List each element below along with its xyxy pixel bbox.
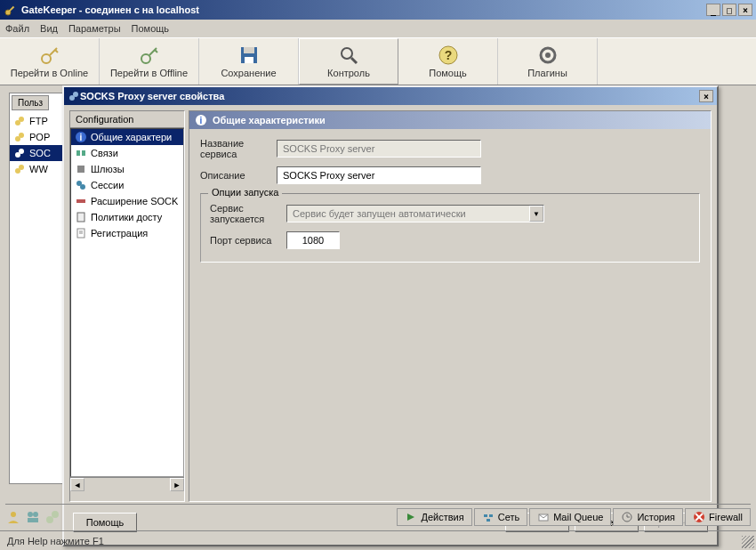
link-icon xyxy=(68,90,80,102)
svg-point-11 xyxy=(342,48,352,59)
select-start-mode[interactable] xyxy=(286,205,544,222)
tab-mail-queue[interactable]: Mail Queue xyxy=(529,508,611,526)
status-text: Для Help нажмите F1 xyxy=(7,536,104,546)
form-panel-title: Общие характеристики xyxy=(213,115,326,125)
svg-rect-34 xyxy=(76,199,85,203)
svg-rect-9 xyxy=(244,47,254,53)
input-port[interactable] xyxy=(286,231,340,249)
input-service-name xyxy=(277,140,481,158)
config-item-bindings[interactable]: Связи xyxy=(71,145,183,161)
service-label: FTP xyxy=(29,116,48,126)
svg-point-20 xyxy=(19,133,24,138)
tab-history[interactable]: История xyxy=(613,508,683,526)
config-label: Расширение SOCK xyxy=(91,196,178,206)
link-icon xyxy=(13,115,26,127)
label-service-name: Название сервиса xyxy=(200,138,277,159)
tab-action[interactable]: Действия xyxy=(397,508,471,526)
svg-rect-49 xyxy=(489,514,493,517)
svg-line-12 xyxy=(351,58,357,63)
config-panel: Configuration i Общие характери Связи xyxy=(69,110,185,502)
svg-text:i: i xyxy=(80,133,83,142)
svg-point-2 xyxy=(42,54,51,63)
config-item-sessions[interactable]: Сессии xyxy=(71,177,183,193)
info-icon: i xyxy=(75,131,87,143)
scroll-left-button[interactable]: ◄ xyxy=(70,478,84,491)
dialog-close-button[interactable]: × xyxy=(699,90,713,102)
tab-net[interactable]: Сеть xyxy=(474,508,527,526)
workspace: Польз FTP POP SOC WW SOCKS Proxy ser xyxy=(0,85,756,518)
toolbar-go-offline[interactable]: Перейти в Offline xyxy=(100,38,199,85)
services-tab[interactable]: Польз xyxy=(12,95,49,110)
main-title: GateKeeper - соединен с на localhost xyxy=(21,4,706,15)
svg-point-5 xyxy=(141,54,150,63)
app-key-icon xyxy=(4,3,18,17)
menu-help[interactable]: Помощь xyxy=(132,23,170,34)
svg-point-22 xyxy=(19,149,24,154)
form-panel: i Общие характеристики Название сервиса … xyxy=(189,110,712,502)
floppy-icon xyxy=(238,44,260,66)
link-icon xyxy=(13,131,26,143)
input-description[interactable] xyxy=(277,166,481,184)
svg-rect-30 xyxy=(82,150,85,156)
config-head: Configuration xyxy=(70,111,184,128)
menu-view[interactable]: Вид xyxy=(40,23,58,34)
svg-point-18 xyxy=(19,117,24,122)
gear-icon xyxy=(537,44,559,66)
dialog-titlebar: SOCKS Proxy server свойства × xyxy=(64,87,717,105)
config-item-gateways[interactable]: Шлюзы xyxy=(71,161,183,177)
users-icon[interactable] xyxy=(25,509,41,525)
toolbar-save[interactable]: Сохранение xyxy=(199,38,299,85)
tab-label: Действия xyxy=(421,512,463,522)
scroll-right-button[interactable]: ► xyxy=(170,478,184,491)
minimize-button[interactable]: _ xyxy=(706,4,720,16)
svg-marker-47 xyxy=(407,514,414,521)
config-item-logging[interactable]: Регистрация xyxy=(71,225,183,241)
close-button[interactable]: × xyxy=(738,4,752,16)
svg-rect-1 xyxy=(9,6,14,12)
svg-point-46 xyxy=(52,511,59,518)
menu-file[interactable]: Файл xyxy=(5,23,29,34)
service-label: WW xyxy=(29,164,48,174)
key-online-icon xyxy=(39,44,60,66)
mail-icon xyxy=(537,511,550,523)
toolbar-go-offline-label: Перейти в Offline xyxy=(110,68,188,78)
launch-options-group: Опции запуска Сервис запускается ▼ Порт … xyxy=(200,193,700,263)
bottom-tabs: Действия Сеть Mail Queue История Firewal… xyxy=(5,504,751,527)
config-item-general[interactable]: i Общие характери xyxy=(71,129,183,145)
svg-rect-50 xyxy=(487,519,490,522)
toolbar-plugins[interactable]: Плагины xyxy=(498,38,598,85)
svg-line-7 xyxy=(155,50,157,53)
maximize-button[interactable]: □ xyxy=(722,4,736,16)
label-description: Описание xyxy=(200,170,277,181)
net-icon xyxy=(482,511,495,523)
toolbar-plugins-label: Плагины xyxy=(527,68,567,78)
label-service-port: Порт сервиса xyxy=(210,235,286,246)
toolbar-help-label: Помощь xyxy=(429,68,467,78)
config-item-policies[interactable]: Политики досту xyxy=(71,209,183,225)
config-label: Шлюзы xyxy=(91,164,125,174)
toolbar-control[interactable]: Контроль xyxy=(299,38,398,85)
toolbar-go-online[interactable]: Перейти в Online xyxy=(0,38,100,85)
user-icon[interactable] xyxy=(5,509,21,525)
connection-icon[interactable] xyxy=(44,509,60,525)
gateway-icon xyxy=(75,163,87,175)
service-label: POP xyxy=(29,132,50,142)
tab-firewall[interactable]: Firewall xyxy=(685,508,751,526)
config-label: Сессии xyxy=(91,180,124,190)
menubar: Файл Вид Параметры Помощь xyxy=(0,20,756,37)
config-item-sock-ext[interactable]: Расширение SOCK xyxy=(71,193,183,209)
toolbar-save-label: Сохранение xyxy=(221,68,276,78)
action-icon xyxy=(405,511,417,523)
svg-point-16 xyxy=(545,53,551,58)
svg-point-41 xyxy=(11,512,16,517)
config-hscroll[interactable]: ◄ ► xyxy=(70,477,184,491)
toolbar-help[interactable]: ? Помощь xyxy=(398,38,498,85)
menu-params[interactable]: Параметры xyxy=(68,23,121,34)
config-label: Политики досту xyxy=(91,212,162,222)
toolbar-control-label: Контроль xyxy=(327,68,370,78)
log-icon xyxy=(75,227,87,239)
tab-label: История xyxy=(637,512,675,522)
firewall-icon xyxy=(693,511,705,523)
chevron-down-icon[interactable]: ▼ xyxy=(529,206,543,222)
sessions-icon xyxy=(75,179,87,191)
